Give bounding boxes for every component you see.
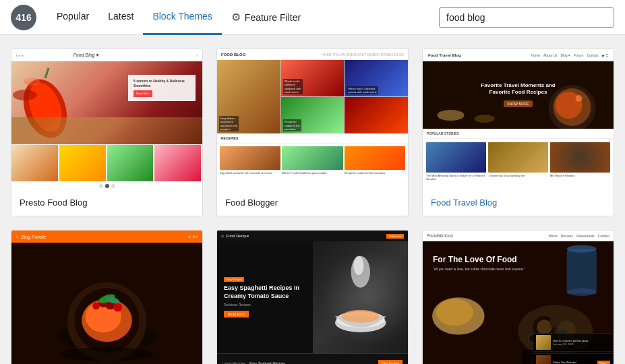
food-nav-home: Home	[548, 234, 557, 238]
food-card-text-1: How to cook the perfect pizza January 30…	[553, 339, 588, 346]
svg-line-2	[45, 68, 49, 78]
food-nav-restaurants: Restaurants	[576, 234, 595, 238]
svg-point-11	[576, 95, 583, 102]
presto-thumb-3	[107, 145, 155, 181]
blogger-cell-3: Whole food's californiaquinoa with mushr…	[345, 60, 408, 96]
svg-point-9	[438, 110, 465, 121]
blogger-theme-name: Food Blogger	[217, 191, 408, 216]
blogger-recipe-3: Recipe for scattered the pancakes	[345, 146, 405, 188]
blogger-recipe-label-3: Recipe for scattered the pancakes	[345, 171, 405, 175]
story-3: My Favorite Recipes	[550, 142, 610, 187]
blogger-recipe-img-3	[345, 146, 405, 170]
svg-point-29	[341, 310, 380, 323]
nav-link-latest[interactable]: Latest	[98, 0, 143, 35]
foodalicious-nav: Foodalicious Home Recipes Restaurants Co…	[423, 231, 614, 241]
svg-point-24	[60, 347, 154, 361]
theme-preview-foodie: ☰ Blog Foodie ⊞ ⚙ ✉	[11, 231, 202, 364]
travel-stories: The Most Amazing Spots in Nature for a R…	[423, 139, 614, 191]
blogger-caption-3: Whole food's californiaquinoa with mushr…	[347, 86, 378, 94]
blogger-recipe-2: Whole Food's California quinoa salad	[282, 146, 343, 188]
svg-point-33	[567, 289, 597, 296]
blogger-recipe-img-1	[220, 146, 280, 170]
food-card-date-1: January 30, 2021	[553, 342, 588, 346]
foodie-logo: Blog Foodie	[21, 235, 46, 239]
recipe-hero-right	[313, 241, 409, 353]
presto-hero-image	[11, 61, 202, 144]
story-img-2	[488, 142, 548, 173]
theme-card-blogger[interactable]: FOOD BLOG HOME ITALIAN BREAKFAST DINNER …	[216, 49, 409, 216]
food-card-share-btn: Share ›	[597, 361, 610, 365]
travel-hero: Favorite Travel Moments and Favorite Foo…	[423, 61, 614, 129]
travel-hero-title: Favorite Travel Moments and Favorite Foo…	[478, 82, 559, 96]
presto-logo: Food Blog ♥	[73, 53, 99, 57]
foodalicious-hero-sub: "All you need is love, but a little choc…	[433, 267, 534, 272]
blogger-caption-1: Easy Italianmushroomsandwich withpeppers	[219, 116, 239, 131]
foodalicious-nav-links: Home Recipes Restaurants Contact	[548, 234, 609, 238]
presto-theme-name: Presto Food Blog	[11, 191, 202, 216]
recipe-latest-bar: Latest Recipies Easy Spaghetti Recipes..…	[217, 353, 408, 364]
svg-point-44	[436, 299, 473, 326]
recipe-more-btn: Other Recipies	[378, 360, 403, 364]
blogger-recipes-header: RECEPIES	[217, 133, 408, 144]
theme-card-presto[interactable]: ● ● ● Food Blog ♥ ≡	[11, 49, 203, 216]
svg-point-21	[92, 303, 100, 310]
presto-overlay-title: 5 secrets to Healthy & Delicious Smoothi…	[133, 79, 190, 88]
foodalicious-hero-title: For The Love Of Food	[433, 255, 603, 264]
svg-point-19	[113, 303, 122, 312]
recipe-latest-label: Latest Recipies	[222, 361, 245, 365]
story-1: The Most Amazing Spots in Nature for a R…	[426, 142, 486, 187]
blogger-recipe-img-2	[282, 146, 343, 170]
food-card-title-2: Share Our Website!	[553, 361, 576, 364]
foodalicious-logo: Foodalicious	[427, 233, 453, 238]
travel-nav-contact: Contact	[587, 53, 598, 57]
story-caption-1: The Most Amazing Spots in Nature for a R…	[426, 174, 486, 181]
travel-nav-home: Home	[531, 53, 540, 57]
recipe-hero-sub: Delicious Recipes	[224, 303, 306, 307]
theme-preview-travel: Food Travel Blog Home About Us Blog ▾ Fo…	[423, 49, 614, 191]
search-input[interactable]	[439, 7, 614, 28]
blogger-nav: FOOD BLOG HOME ITALIAN BREAKFAST DINNER …	[217, 49, 408, 60]
theme-preview-foodalicious: Foodalicious Home Recipes Restaurants Co…	[423, 231, 614, 364]
blogger-recipe-label-1: Egg salad sandwich with avocado and meat	[220, 171, 280, 175]
story-caption-3: My Favorite Recipes	[550, 174, 610, 177]
theme-card-foodie[interactable]: ☰ Blog Foodie ⊞ ⚙ ✉	[11, 230, 203, 364]
blogger-cell-1: Easy Italianmushroomsandwich withpeppers	[217, 60, 280, 133]
travel-nav: Food Travel Blog Home About Us Blog ▾ Fo…	[423, 49, 614, 61]
travel-stories-header: POPULAR STORIES	[423, 129, 614, 139]
dot-1	[99, 184, 103, 188]
travel-nav-forum: Forum	[574, 53, 583, 57]
travel-hero-btn: KNOW MORE	[504, 100, 533, 107]
blogger-cell-5	[345, 97, 408, 133]
theme-preview-presto: ● ● ● Food Blog ♥ ≡	[11, 49, 202, 191]
travel-theme-name: Food Travel Blog	[423, 191, 614, 216]
nav-link-block-themes[interactable]: Block Themes	[143, 0, 221, 35]
foodalicious-hero-content: For The Love Of Food "All you need is lo…	[423, 241, 614, 285]
presto-hero: 5 secrets to Healthy & Delicious Smoothi…	[11, 61, 202, 144]
presto-thumb-4	[154, 145, 202, 181]
blogger-cell-2: Whole food'scaliforniasandwich withmushr…	[281, 60, 345, 96]
themes-grid: ● ● ● Food Blog ♥ ≡	[0, 35, 625, 364]
feature-filter[interactable]: ⚙ Feature Filter	[222, 11, 310, 24]
blogger-recipe-label-2: Whole Food's California quinoa salad	[282, 171, 343, 175]
travel-nav-about: About Us	[543, 53, 558, 57]
travel-nav-icons: ▶ ☰	[602, 53, 608, 57]
travel-nav-blog: Blog ▾	[561, 53, 570, 57]
foodie-nav: ☰ Blog Foodie ⊞ ⚙ ✉	[11, 231, 202, 243]
theme-card-foodalicious[interactable]: Foodalicious Home Recipes Restaurants Co…	[422, 230, 614, 364]
theme-preview-recipe: ⊞ Food Recipe Subscribe Easy Recipes Eas…	[217, 231, 408, 364]
svg-point-10	[475, 115, 495, 123]
theme-card-travel[interactable]: Food Travel Blog Home About Us Blog ▾ Fo…	[422, 49, 614, 216]
foodalicious-hero: For The Love Of Food "All you need is lo…	[423, 241, 614, 364]
blogger-recipes-section: Egg salad sandwich with avocado and meat…	[217, 144, 408, 191]
story-2: 7 expert tips to sustainably live	[488, 142, 548, 187]
theme-card-recipe[interactable]: ⊞ Food Recipe Subscribe Easy Recipes Eas…	[216, 230, 409, 364]
blogger-caption-4: Recipe forscattered thepancakes	[283, 119, 301, 131]
svg-point-3	[13, 90, 37, 100]
nav-link-popular[interactable]: Popular	[47, 0, 98, 35]
svg-point-26	[353, 256, 363, 275]
food-card-img-2	[536, 355, 551, 364]
blogger-hero-grid: Easy Italianmushroomsandwich withpeppers…	[217, 60, 408, 133]
presto-topbar: ● ● ● Food Blog ♥ ≡	[11, 49, 202, 61]
recipe-nav-btn: Subscribe	[386, 234, 404, 239]
gear-icon: ⚙	[231, 11, 241, 24]
